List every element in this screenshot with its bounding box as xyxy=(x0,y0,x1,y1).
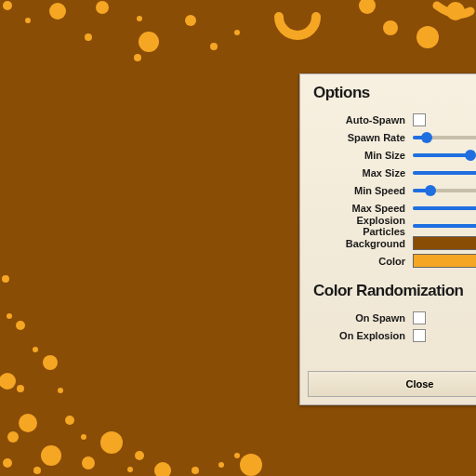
label-explosion-particles: Explosion Particles xyxy=(311,215,413,237)
row-color: Color xyxy=(311,253,476,269)
svg-point-34 xyxy=(33,467,41,474)
svg-point-11 xyxy=(234,30,240,35)
svg-point-22 xyxy=(33,347,38,352)
svg-point-3 xyxy=(25,18,31,23)
svg-point-9 xyxy=(185,15,196,26)
label-min-speed: Min Speed xyxy=(311,185,413,196)
stage: Options Auto-Spawn Spawn Rate Min Size M… xyxy=(0,0,476,476)
label-on-spawn: On Spawn xyxy=(311,312,413,324)
svg-point-21 xyxy=(43,355,58,370)
swatch-background[interactable] xyxy=(413,236,476,250)
svg-point-23 xyxy=(58,388,63,393)
row-min-size: Min Size xyxy=(311,147,476,163)
svg-point-16 xyxy=(2,275,9,283)
svg-point-7 xyxy=(139,32,159,52)
svg-point-28 xyxy=(82,456,95,469)
swatch-color[interactable] xyxy=(413,254,476,268)
label-color: Color xyxy=(311,256,413,267)
label-max-size: Max Size xyxy=(311,167,413,178)
svg-point-24 xyxy=(19,414,37,432)
row-auto-spawn: Auto-Spawn xyxy=(311,112,476,127)
svg-point-27 xyxy=(41,445,61,466)
svg-point-35 xyxy=(3,458,12,468)
svg-point-1 xyxy=(3,1,12,10)
slider-spawn-rate[interactable] xyxy=(413,131,476,144)
options-title: Options xyxy=(313,84,476,102)
row-max-size: Max Size xyxy=(311,165,476,180)
checkbox-on-explosion[interactable] xyxy=(413,329,426,342)
svg-point-4 xyxy=(96,1,109,14)
options-panel: Options Auto-Spawn Spawn Rate Min Size M… xyxy=(299,73,476,405)
svg-point-36 xyxy=(192,467,199,474)
randomization-title: Color Randomization xyxy=(313,282,476,300)
svg-point-14 xyxy=(416,26,439,48)
row-max-speed: Max Speed xyxy=(311,200,476,216)
label-on-explosion: On Explosion xyxy=(311,330,413,341)
svg-point-20 xyxy=(17,385,24,392)
label-spawn-rate: Spawn Rate xyxy=(311,132,413,143)
svg-point-38 xyxy=(240,454,262,476)
svg-point-39 xyxy=(234,453,240,458)
svg-point-25 xyxy=(7,431,19,443)
label-background: Background xyxy=(311,238,413,249)
row-on-spawn: On Spawn xyxy=(311,310,476,325)
svg-point-18 xyxy=(7,313,12,319)
svg-point-17 xyxy=(16,321,25,330)
svg-point-26 xyxy=(65,416,74,425)
svg-point-29 xyxy=(100,431,123,454)
slider-explosion-particles[interactable] xyxy=(413,219,476,232)
svg-point-10 xyxy=(210,43,218,50)
svg-point-30 xyxy=(135,451,144,460)
svg-point-32 xyxy=(81,434,86,440)
close-button[interactable]: Close xyxy=(308,371,476,397)
label-min-size: Min Size xyxy=(311,150,413,161)
row-explosion-particles: Explosion Particles xyxy=(311,218,476,233)
svg-point-13 xyxy=(383,20,398,35)
checkbox-auto-spawn[interactable] xyxy=(413,113,426,126)
svg-point-33 xyxy=(127,467,133,472)
row-min-speed: Min Speed xyxy=(311,182,476,198)
svg-point-2 xyxy=(49,3,66,20)
slider-max-size[interactable] xyxy=(413,166,476,179)
row-spawn-rate: Spawn Rate xyxy=(311,129,476,145)
label-auto-spawn: Auto-Spawn xyxy=(311,114,413,126)
svg-point-5 xyxy=(85,33,92,41)
checkbox-on-spawn[interactable] xyxy=(413,311,426,324)
svg-point-37 xyxy=(218,462,224,468)
row-background: Background xyxy=(311,235,476,251)
label-max-speed: Max Speed xyxy=(311,203,413,214)
slider-min-size[interactable] xyxy=(413,149,476,162)
svg-point-6 xyxy=(137,16,142,21)
row-on-explosion: On Explosion xyxy=(311,327,476,343)
svg-point-8 xyxy=(134,54,141,61)
slider-min-speed[interactable] xyxy=(413,184,476,197)
slider-max-speed[interactable] xyxy=(413,202,476,215)
